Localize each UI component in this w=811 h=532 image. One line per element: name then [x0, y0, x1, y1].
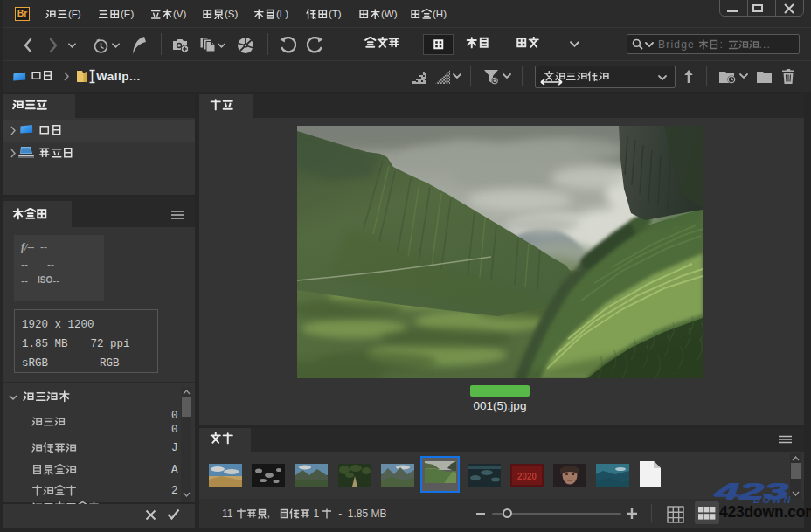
- svg-text:2020: 2020: [517, 472, 537, 481]
